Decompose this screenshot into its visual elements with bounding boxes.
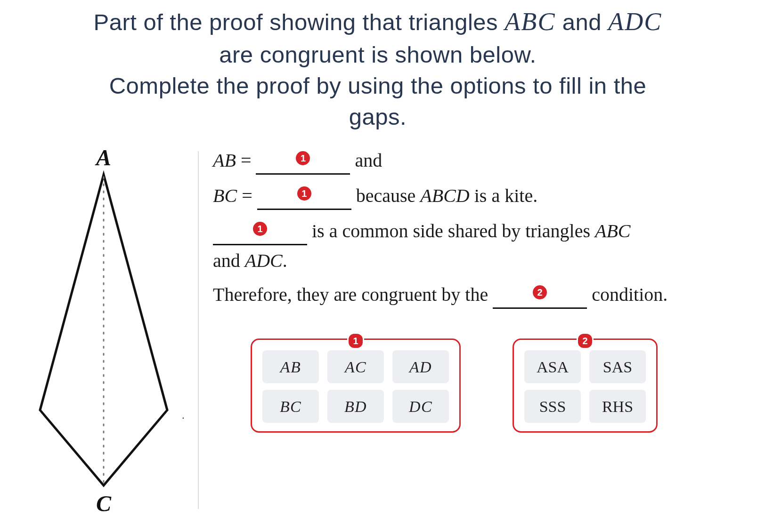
group-2-badge: 2 <box>577 332 594 349</box>
stmt2-lhs: BC <box>213 185 237 206</box>
gap-2[interactable]: 1 <box>257 180 351 210</box>
kite-figure: A B C D <box>33 146 184 514</box>
divider <box>198 151 199 509</box>
stmt4-a: Therefore, they are congruent by the <box>213 284 493 305</box>
proof-text: AB = 1 and BC = 1 because ABCD is a kite… <box>213 146 756 433</box>
group-1-badge: 1 <box>347 332 364 349</box>
stmt3-tri2: ADC <box>245 250 283 271</box>
stmt1-lhs: AB <box>213 150 236 171</box>
stmt3-and: and <box>213 250 245 271</box>
prompt-triangle-2: ADC <box>608 8 662 36</box>
option-rhs[interactable]: RHS <box>589 390 646 423</box>
stmt2-kite: ABCD <box>420 185 469 206</box>
option-ab[interactable]: AB <box>262 350 319 383</box>
stmt1-tail: and <box>350 150 382 171</box>
badge-2-icon: 2 <box>533 285 547 299</box>
stmt3-tri1: ABC <box>595 220 631 242</box>
option-sss[interactable]: SSS <box>524 390 581 423</box>
option-dc[interactable]: DC <box>392 390 449 423</box>
option-bc[interactable]: BC <box>262 390 319 423</box>
option-ad[interactable]: AD <box>392 350 449 383</box>
gap-1[interactable]: 1 <box>256 145 350 175</box>
prompt-line-3: Complete the proof by using the options … <box>109 73 647 98</box>
gap-4[interactable]: 2 <box>493 279 587 309</box>
stmt3-a: is a common side shared by triangles <box>307 220 595 242</box>
option-group-2: 2 ASA SAS SSS RHS <box>513 339 658 433</box>
vertex-label-c: C <box>96 491 112 514</box>
prompt-line-2: are congruent is shown below. <box>219 42 536 67</box>
option-sas[interactable]: SAS <box>589 350 646 383</box>
prompt-text-1: Part of the proof showing that triangles <box>93 9 505 35</box>
badge-1-icon: 1 <box>296 151 310 165</box>
option-ac[interactable]: AC <box>327 350 384 383</box>
stmt2-because: because <box>351 185 421 206</box>
option-group-1: 1 AB AC AD BC BD DC <box>251 339 461 433</box>
stmt2-tail: is a kite. <box>470 185 537 206</box>
prompt-text-and: and <box>556 9 608 35</box>
prompt-line-4: gaps. <box>349 104 407 129</box>
vertex-label-a: A <box>95 146 111 170</box>
stmt4-b: condition. <box>587 284 667 305</box>
option-groups: 1 AB AC AD BC BD DC 2 ASA SAS SSS RHS <box>251 339 756 433</box>
prompt-triangle-1: ABC <box>505 8 555 36</box>
badge-1-icon: 1 <box>297 186 311 201</box>
question-prompt: Part of the proof showing that triangles… <box>7 5 749 132</box>
vertex-label-b: B <box>182 398 184 423</box>
gap-3[interactable]: 1 <box>213 216 307 245</box>
option-asa[interactable]: ASA <box>524 350 581 383</box>
option-bd[interactable]: BD <box>327 390 384 423</box>
badge-1-icon: 1 <box>253 222 267 236</box>
